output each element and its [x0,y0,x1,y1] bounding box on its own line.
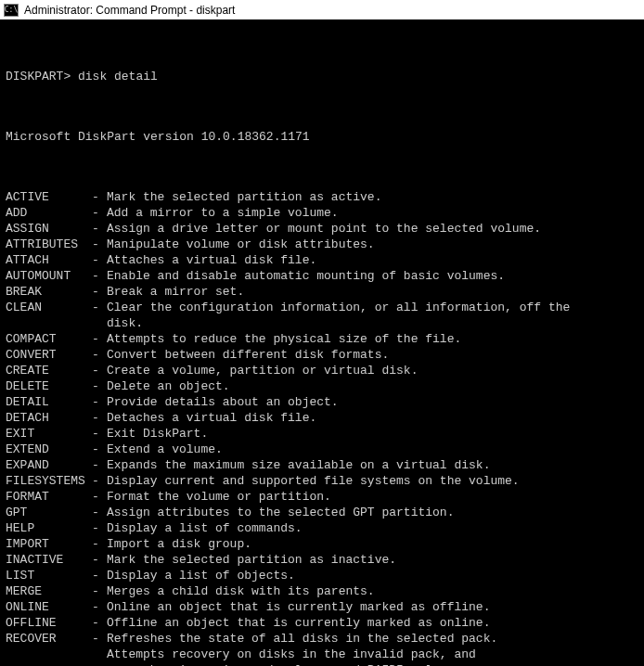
command-row: EXIT- Exit DiskPart. [6,426,638,442]
command-description: Delete an object. [107,378,230,394]
command-description: Attaches a virtual disk file. [107,252,316,268]
window-title-bar[interactable]: C:\ Administrator: Command Prompt - disk… [0,0,644,20]
command-row: FILESYSTEMS- Display current and support… [6,473,638,489]
command-row: ADD- Add a mirror to a simple volume. [6,205,638,221]
separator: - [92,363,107,378]
command-row: RECOVER- Refreshes the state of all disk… [6,631,638,647]
command-row: CONVERT- Convert between different disk … [6,347,638,363]
command-name: EXIT [6,426,92,442]
command-description: Display a list of objects. [107,568,295,583]
command-name: ATTACH [6,252,92,268]
command-row: BREAK- Break a mirror set. [6,284,638,300]
separator: - [92,205,107,221]
command-description: Mark the selected partition as inactive. [107,552,396,568]
cmd-icon: C:\ [4,4,19,17]
command-description-cont: Attempts recovery on disks in the invali… [107,647,638,662]
command-row: CREATE- Create a volume, partition or vi… [6,363,638,378]
separator: - [92,284,107,300]
command-name: HELP [6,520,92,536]
command-row: CLEAN- Clear the configuration informati… [6,300,638,315]
command-description: Add a mirror to a simple volume. [107,205,339,221]
command-name: ADD [6,205,92,221]
command-name: AUTOMOUNT [6,268,92,284]
command-name: GPT [6,505,92,520]
separator: - [92,489,107,505]
separator: - [92,347,107,363]
command-name: FILESYSTEMS [6,473,92,489]
command-name: OFFLINE [6,615,92,631]
command-name: CREATE [6,363,92,378]
command-row: GPT- Assign attributes to the selected G… [6,505,638,520]
command-description: Assign a drive letter or mount point to … [107,221,541,237]
command-description: Display current and supported file syste… [107,473,520,489]
command-description: Display a list of commands. [107,520,303,536]
separator: - [92,426,107,442]
command-description: Manipulate volume or disk attributes. [107,237,375,252]
command-row: ASSIGN- Assign a drive letter or mount p… [6,221,638,237]
separator: - [92,583,107,599]
command-row: EXPAND- Expands the maximum size availab… [6,457,638,473]
command-name: DETAIL [6,394,92,410]
separator: - [92,442,107,457]
command-row: INACTIVE- Mark the selected partition as… [6,552,638,568]
prompt: DISKPART> [6,70,78,83]
command-description: Extend a volume. [107,442,223,457]
command-description: Enable and disable automatic mounting of… [107,268,505,284]
command-row: DELETE- Delete an object. [6,378,638,394]
command-name: INACTIVE [6,552,92,568]
command-row: DETACH- Detaches a virtual disk file. [6,410,638,426]
command-name: IMPORT [6,536,92,552]
command-name: BREAK [6,284,92,300]
command-row: AUTOMOUNT- Enable and disable automatic … [6,268,638,284]
separator: - [92,505,107,520]
separator: - [92,520,107,536]
command-row: LIST- Display a list of objects. [6,568,638,583]
command-row: HELP- Display a list of commands. [6,520,638,536]
command-description-cont: disk. [107,315,638,331]
separator: - [92,536,107,552]
command-name: ASSIGN [6,221,92,237]
command-name: COMPACT [6,331,92,347]
separator: - [92,457,107,473]
command-description: Import a disk group. [107,536,251,552]
terminal-output[interactable]: DISKPART> disk detail Microsoft DiskPart… [0,20,644,666]
command-name: ACTIVE [6,189,92,205]
separator: - [92,378,107,394]
separator: - [92,599,107,615]
command-description: Exit DiskPart. [107,426,208,442]
separator: - [92,615,107,631]
command-description: Detaches a virtual disk file. [107,410,316,426]
command-description: Mark the selected partition as active. [107,189,381,205]
command-row: EXTEND- Extend a volume. [6,442,638,457]
separator: - [92,221,107,237]
command-list: ACTIVE- Mark the selected partition as a… [6,189,638,666]
command-description: Offline an object that is currently mark… [107,615,490,631]
command-description: Break a mirror set. [107,284,244,300]
entered-command: disk detail [78,70,158,83]
command-description: Expands the maximum size available on a … [107,457,490,473]
command-description: Clear the configuration information, or … [107,300,570,315]
command-row: ONLINE- Online an object that is current… [6,599,638,615]
command-description: Online an object that is currently marke… [107,599,490,615]
command-name: CONVERT [6,347,92,363]
separator: - [92,237,107,252]
command-name: EXTEND [6,442,92,457]
command-description: Convert between different disk formats. [107,347,389,363]
command-row: COMPACT- Attempts to reduce the physical… [6,331,638,347]
command-row: ATTACH- Attaches a virtual disk file. [6,252,638,268]
command-row: FORMAT- Format the volume or partition. [6,489,638,505]
separator: - [92,394,107,410]
command-description: Create a volume, partition or virtual di… [107,363,418,378]
command-description: Merges a child disk with its parents. [107,583,375,599]
separator: - [92,331,107,347]
command-name: LIST [6,568,92,583]
command-row: IMPORT- Import a disk group. [6,536,638,552]
command-description: Refreshes the state of all disks in the … [107,631,497,647]
command-row: ACTIVE- Mark the selected partition as a… [6,189,638,205]
command-name: ATTRIBUTES [6,237,92,252]
separator: - [92,189,107,205]
command-row: OFFLINE- Offline an object that is curre… [6,615,638,631]
command-description-cont: resynchronizes mirrored volumes and RAID… [107,662,638,666]
command-description: Format the volume or partition. [107,489,331,505]
command-name: FORMAT [6,489,92,505]
